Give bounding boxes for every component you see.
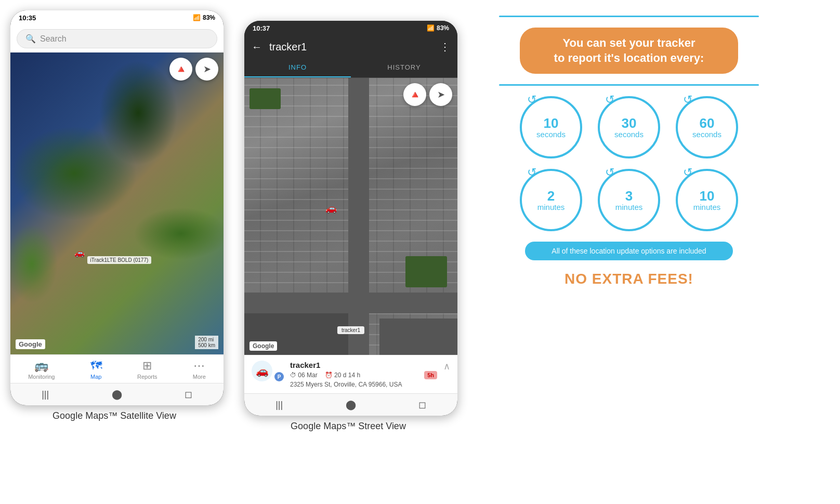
search-input-box[interactable]: 🔍 Search [17, 29, 217, 48]
search-placeholder: Search [40, 34, 67, 44]
right-android-recent-btn[interactable]: ◻ [418, 399, 426, 410]
number-10min: 10 [700, 189, 715, 203]
promo-header: You can set your trackerto report it's l… [520, 28, 738, 74]
more-icon: ⋯ [193, 359, 205, 373]
back-button[interactable]: ← [252, 41, 262, 53]
tab-info[interactable]: INFO [244, 58, 351, 77]
right-android-nav: ||| ⬤ ◻ [244, 393, 457, 416]
left-android-nav: ||| ⬤ ◻ [10, 383, 224, 405]
nav-item-monitoring[interactable]: 🚌 Monitoring [28, 359, 55, 380]
right-map-area[interactable]: 🚗 tracker1 🔺 ➤ Google [244, 78, 457, 355]
interval-10min: ↺ 10 minutes [676, 169, 738, 231]
right-phone-caption: Google Maps™ Street View [291, 421, 406, 432]
nav-item-map[interactable]: 🗺 Map [90, 359, 102, 380]
left-status-right: 📶 83% [193, 14, 215, 21]
right-battery: 83% [437, 24, 449, 32]
right-android-back-btn[interactable]: ||| [275, 400, 283, 410]
left-bottom-nav: 🚌 Monitoring 🗺 Map ⊞ Reports ⋯ More [10, 354, 224, 383]
arrow-30sec: ↺ [605, 93, 614, 107]
interval-3min: ↺ 3 minutes [598, 169, 660, 231]
interval-10sec: ↺ 10 seconds [520, 96, 582, 158]
right-status-right: 📶 83% [427, 24, 449, 32]
tracker-title: tracker1 [269, 41, 432, 53]
monitoring-icon: 🚌 [34, 359, 48, 373]
left-google-logo: Google [16, 339, 45, 349]
unit-60sec: seconds [692, 130, 721, 139]
car-marker-left: 🚗 [74, 248, 85, 258]
bottom-info-text: All of these location update options are… [552, 247, 706, 255]
nav-item-reports[interactable]: ⊞ Reports [137, 359, 158, 380]
right-phone-container: 10:37 📶 83% ← tracker1 ⋮ INFO HISTORY [234, 10, 463, 432]
tracker-info-strip: 🚗 P tracker1 ⏱ 06 Mar ⏰ 20 d 14 h 2325 M… [244, 355, 457, 393]
right-compass-button[interactable]: 🔺 [403, 83, 426, 106]
menu-button[interactable]: ⋮ [440, 41, 450, 53]
unit-10sec: seconds [536, 130, 566, 139]
nav-item-more[interactable]: ⋯ More [193, 359, 206, 380]
aerial-road-v [348, 78, 369, 355]
left-phone-caption: Google Maps™ Satellite View [52, 410, 176, 421]
intervals-row-1: ↺ 10 seconds ↺ 30 seconds ↺ 60 seconds [520, 96, 738, 158]
compass-icon-left: 🔺 [175, 63, 188, 75]
number-3min: 3 [625, 189, 633, 203]
compass-icon-right: 🔺 [409, 88, 422, 101]
number-60sec: 60 [700, 116, 715, 130]
tracker-popup: tracker1 [337, 326, 364, 334]
map-icon: 🗺 [90, 359, 102, 373]
right-status-bar: 10:37 📶 83% [244, 21, 457, 35]
number-10sec: 10 [544, 116, 559, 130]
android-recent-btn[interactable]: ◻ [185, 389, 192, 400]
more-label: More [193, 374, 206, 380]
no-extra-fees: NO EXTRA FEES! [565, 271, 693, 287]
tracker-duration: ⏰ 20 d 14 h [325, 372, 360, 379]
left-time: 10:35 [19, 14, 36, 22]
left-search-bar[interactable]: 🔍 Search [10, 25, 224, 52]
info-panel: You can set your trackerto report it's l… [468, 0, 790, 303]
teal-line-top [499, 16, 759, 17]
search-icon: 🔍 [25, 34, 36, 44]
left-phone-container: 10:35 📶 83% 🔍 Search 🚗 iTrack1LTE BOLD (… [0, 0, 229, 421]
teal-line-mid [499, 84, 759, 86]
unit-10min: minutes [693, 203, 721, 211]
left-battery: 83% [203, 14, 215, 21]
android-back-btn[interactable]: ||| [42, 389, 49, 400]
tab-history[interactable]: HISTORY [351, 58, 457, 77]
left-phone: 10:35 📶 83% 🔍 Search 🚗 iTrack1LTE BOLD (… [10, 10, 224, 405]
reports-label: Reports [137, 374, 158, 380]
tracker-date: ⏱ 06 Mar [290, 372, 318, 379]
left-location-button[interactable]: ➤ [195, 58, 218, 81]
right-location-button[interactable]: ➤ [429, 83, 452, 106]
android-home-btn[interactable]: ⬤ [112, 389, 122, 400]
number-2min: 2 [547, 189, 555, 203]
intervals-row-2: ↺ 2 minutes ↺ 3 minutes ↺ 10 minutes [520, 169, 738, 231]
aerial-green-2 [250, 88, 281, 109]
left-status-bar: 10:35 📶 83% [10, 10, 224, 25]
scroll-arrow[interactable]: ∧ [443, 361, 450, 372]
right-android-home-btn[interactable]: ⬤ [346, 399, 356, 410]
arrow-2min: ↺ [527, 166, 536, 179]
arrow-10sec: ↺ [527, 93, 536, 107]
aerial-green-1 [405, 256, 447, 287]
map-label: Map [90, 374, 101, 380]
left-map-area[interactable]: 🚗 iTrack1LTE BOLD (0177) 🔺 ➤ Google 200 … [10, 52, 224, 354]
right-time: 10:37 [253, 24, 270, 32]
monitoring-label: Monitoring [28, 374, 55, 380]
right-google-logo: Google [250, 341, 277, 351]
tracker-icon-box: 🚗 P [252, 361, 284, 381]
tracker-info-meta: ⏱ 06 Mar ⏰ 20 d 14 h [290, 372, 418, 379]
number-30sec: 30 [622, 116, 637, 130]
car-marker-right: 🚗 [325, 203, 337, 214]
unit-3min: minutes [615, 203, 643, 211]
bottom-info-bar: All of these location update options are… [525, 242, 733, 260]
tracker-header: ← tracker1 ⋮ [244, 35, 457, 58]
left-signal-icon: 📶 [193, 14, 201, 21]
tracker-label-left: iTrack1LTE BOLD (0177) [87, 256, 152, 264]
right-signal-icon: 📶 [427, 24, 435, 32]
interval-60sec: ↺ 60 seconds [676, 96, 738, 158]
left-compass-button[interactable]: 🔺 [169, 58, 192, 81]
arrow-60sec: ↺ [683, 93, 692, 107]
location-icon-left: ➤ [203, 63, 211, 75]
interval-30sec: ↺ 30 seconds [598, 96, 660, 158]
unit-2min: minutes [537, 203, 565, 211]
unit-30sec: seconds [614, 130, 644, 139]
tracker-tabs: INFO HISTORY [244, 58, 457, 78]
